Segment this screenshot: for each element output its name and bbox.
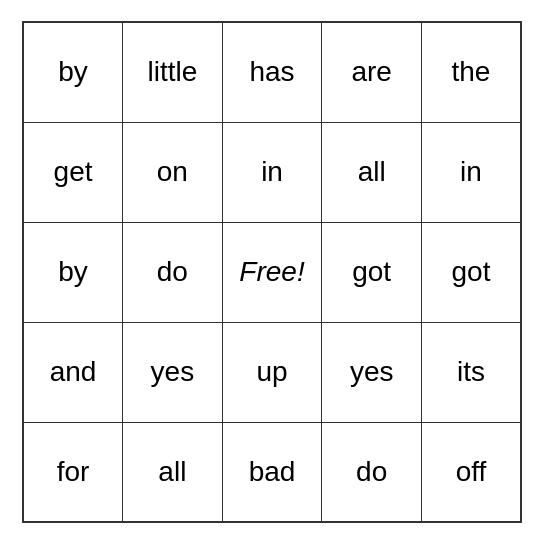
bingo-card: bylittlehasarethegetoninallinbydoFree!go… (22, 21, 522, 523)
cell-0-3: are (322, 22, 422, 122)
cell-4-4: off (421, 422, 521, 522)
table-row: bydoFree!gotgot (23, 222, 521, 322)
cell-3-1: yes (123, 322, 223, 422)
table-row: andyesupyesits (23, 322, 521, 422)
table-row: getoninallin (23, 122, 521, 222)
cell-3-2: up (222, 322, 322, 422)
cell-2-4: got (421, 222, 521, 322)
cell-2-3: got (322, 222, 422, 322)
cell-0-0: by (23, 22, 123, 122)
cell-4-0: for (23, 422, 123, 522)
table-row: forallbaddooff (23, 422, 521, 522)
cell-1-4: in (421, 122, 521, 222)
cell-4-3: do (322, 422, 422, 522)
cell-0-1: little (123, 22, 223, 122)
cell-0-4: the (421, 22, 521, 122)
cell-1-2: in (222, 122, 322, 222)
cell-3-4: its (421, 322, 521, 422)
cell-1-1: on (123, 122, 223, 222)
cell-1-0: get (23, 122, 123, 222)
cell-2-0: by (23, 222, 123, 322)
table-row: bylittlehasarethe (23, 22, 521, 122)
cell-4-2: bad (222, 422, 322, 522)
cell-2-1: do (123, 222, 223, 322)
cell-4-1: all (123, 422, 223, 522)
cell-2-2: Free! (222, 222, 322, 322)
cell-3-0: and (23, 322, 123, 422)
cell-0-2: has (222, 22, 322, 122)
cell-1-3: all (322, 122, 422, 222)
cell-3-3: yes (322, 322, 422, 422)
